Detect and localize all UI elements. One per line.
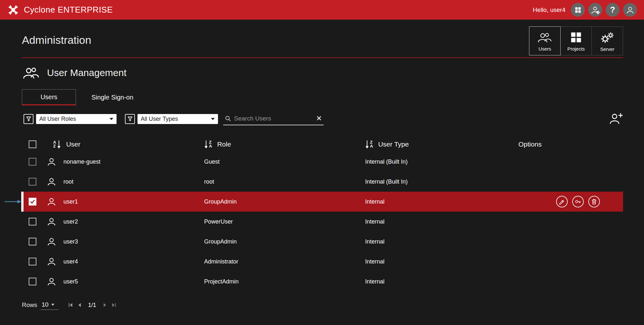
filter-icon [26, 116, 31, 121]
user-avatar-icon [47, 157, 56, 167]
user-admin-button[interactable] [588, 3, 602, 17]
row-checkbox[interactable] [29, 158, 36, 166]
search-box: ✕ [223, 112, 324, 125]
user-table: AZ User ZA Role [24, 137, 623, 292]
user-avatar-icon [47, 257, 56, 266]
row-checkbox[interactable] [29, 238, 36, 245]
title-divider [22, 57, 623, 58]
admin-nav: Users Projects [529, 26, 623, 55]
delete-user-button[interactable] [588, 196, 600, 207]
user-type-cell: Internal [365, 218, 518, 225]
table-body: noname-guest Guest Internal (Built In) [24, 152, 623, 292]
person-icon [626, 6, 634, 14]
next-page-button[interactable] [101, 301, 109, 309]
user-name-cell: user1 [63, 198, 204, 205]
add-user-button[interactable] [609, 112, 623, 126]
nav-server[interactable]: Server [592, 26, 623, 55]
user-name-cell: user5 [63, 278, 204, 285]
user-role-cell: Administrator [204, 258, 365, 265]
user-type-cell: Internal [365, 198, 518, 205]
row-checkbox[interactable] [29, 178, 36, 186]
nav-projects[interactable]: Projects [560, 26, 592, 55]
user-name-cell: noname-guest [63, 158, 204, 165]
edit-user-button[interactable] [556, 196, 568, 207]
table-header: AZ User ZA Role [24, 137, 623, 152]
role-filter-button[interactable] [24, 114, 33, 124]
row-checkbox[interactable] [29, 198, 36, 206]
pencil-icon [559, 198, 565, 205]
brand-title: Cyclone ENTERPRISE [24, 5, 113, 15]
pagination-bar: Rows 10 1/1 [22, 299, 118, 311]
add-user-icon [609, 112, 623, 125]
brand: Cyclone ENTERPRISE [7, 4, 113, 16]
rows-label: Rows [22, 301, 37, 309]
key-icon [575, 198, 581, 205]
table-row[interactable]: noname-guest Guest Internal (Built In) [24, 152, 623, 172]
row-checkbox[interactable] [29, 218, 36, 225]
annotation-arrow-icon [5, 199, 22, 204]
table-row[interactable]: user5 ProjectAdmin Internal [24, 272, 623, 292]
user-name-cell: root [63, 178, 204, 185]
user-avatar-icon [47, 177, 56, 186]
role-filter-select[interactable]: All User Roles [36, 114, 117, 124]
user-role-cell: root [204, 178, 365, 185]
tabs: Users Single Sign-on [22, 89, 149, 105]
section-header: User Management [22, 64, 127, 81]
last-page-button[interactable] [110, 301, 118, 309]
table-row[interactable]: root root Internal (Built In) [24, 172, 623, 192]
row-checkbox[interactable] [29, 258, 36, 265]
row-actions [556, 192, 600, 212]
section-title: User Management [47, 67, 127, 78]
header-user-type: User Type [378, 140, 409, 148]
apps-grid-icon [575, 7, 581, 13]
top-bar: Cyclone ENTERPRISE Hello, user4 ? [0, 0, 644, 20]
table-row[interactable]: user4 Administrator Internal [24, 252, 623, 272]
page-indicator: 1/1 [88, 302, 96, 309]
role-filter-value: All User Roles [39, 116, 76, 122]
user-avatar-icon [47, 237, 56, 246]
sort-role-icon[interactable]: ZA [204, 140, 212, 149]
table-row[interactable]: user1 GroupAdmin Internal [24, 192, 623, 212]
tab-single-sign-on[interactable]: Single Sign-on [76, 89, 149, 105]
user-name-cell: user3 [63, 238, 204, 245]
type-filter-select[interactable]: All User Types [137, 114, 218, 124]
first-page-icon [68, 302, 74, 308]
tab-users[interactable]: Users [22, 89, 76, 105]
nav-users[interactable]: Users [529, 26, 561, 55]
profile-button[interactable] [623, 3, 637, 17]
server-gears-icon [600, 31, 615, 43]
question-icon: ? [610, 5, 615, 15]
type-filter-button[interactable] [125, 114, 135, 124]
user-name-cell: user2 [63, 218, 204, 225]
apps-grid-button[interactable] [571, 3, 585, 17]
row-checkbox[interactable] [29, 278, 36, 285]
sort-user-type-icon[interactable]: ZA [365, 140, 373, 149]
nav-server-label: Server [600, 46, 614, 52]
nav-users-label: Users [538, 46, 551, 52]
user-avatar-icon [47, 217, 56, 226]
rows-per-page-select[interactable]: 10 [41, 301, 59, 310]
table-row[interactable]: user2 PowerUser Internal [24, 212, 623, 232]
person-gear-icon [591, 5, 600, 14]
help-button[interactable]: ? [606, 3, 620, 17]
access-key-button[interactable] [572, 196, 584, 207]
type-filter-value: All User Types [141, 116, 178, 122]
cyclone-logo-icon [7, 4, 19, 16]
first-page-button[interactable] [67, 301, 75, 309]
user-avatar-icon [47, 277, 56, 286]
select-all-checkbox[interactable] [29, 140, 36, 148]
nav-projects-label: Projects [567, 46, 585, 52]
prev-page-icon [77, 302, 83, 308]
prev-page-button[interactable] [76, 301, 84, 309]
user-type-cell: Internal [365, 258, 518, 265]
user-type-cell: Internal (Built In) [365, 158, 518, 165]
sort-user-icon[interactable]: AZ [53, 140, 61, 149]
user-type-cell: Internal [365, 278, 518, 285]
search-input[interactable] [234, 115, 313, 122]
table-row[interactable]: user3 GroupAdmin Internal [24, 232, 623, 252]
user-role-cell: PowerUser [204, 218, 365, 225]
pager: 1/1 [67, 301, 118, 309]
user-type-cell: Internal (Built In) [365, 178, 518, 185]
check-icon [30, 199, 35, 205]
clear-search-icon[interactable]: ✕ [316, 115, 322, 122]
